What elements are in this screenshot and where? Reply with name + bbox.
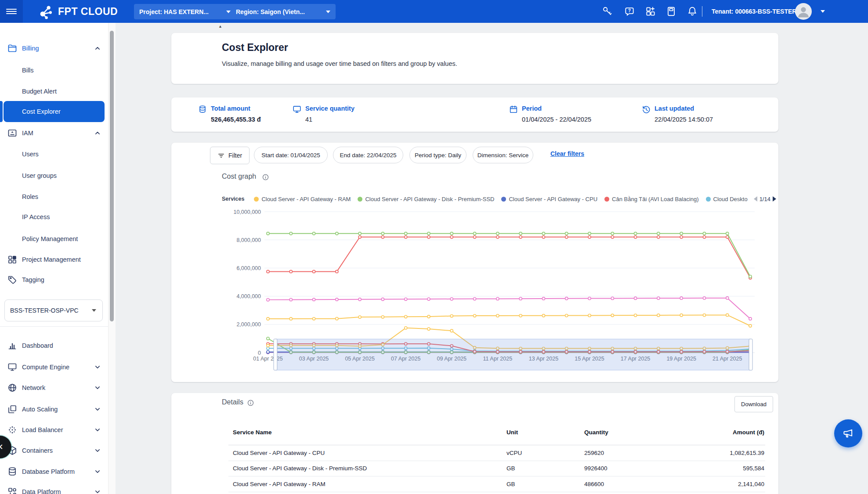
legend-label: Cloud Deskto: [713, 196, 748, 202]
table-cell: vCPU: [506, 445, 522, 461]
table-row[interactable]: Cloud Server - API Gateway - RAMGB486600…: [228, 476, 765, 492]
sidebar-item-budget-alert[interactable]: Budget Alert: [0, 81, 108, 102]
summary-card: Total amount526,465,455.33 đService quan…: [171, 97, 778, 132]
tenant-selector[interactable]: Tenant: 000663-BSS-TESTER: [712, 0, 806, 23]
legend-item[interactable]: Cloud Server - API Gateway - RAM: [254, 196, 351, 202]
sidebar-item-cost-explorer[interactable]: Cost Explorer: [4, 101, 105, 122]
sidebar-item-label: IAM: [22, 130, 33, 137]
key-icon[interactable]: [602, 6, 613, 17]
sidebar-item-roles[interactable]: Roles: [0, 186, 108, 207]
scrollbar-thumb[interactable]: [110, 31, 114, 321]
column-header: Quantity: [584, 419, 608, 445]
sidebar-item-project-management[interactable]: Project Management: [0, 249, 108, 270]
fpt-cloud-logo[interactable]: FPT CLOUD: [37, 0, 118, 23]
hamburger-icon: [6, 7, 17, 15]
iam-icon: [7, 128, 18, 138]
sidebar-item-dashboard[interactable]: Dashboard: [0, 335, 108, 356]
table-cell: 595,584: [743, 461, 764, 476]
filter-pill-1[interactable]: End date: 22/04/2025: [333, 147, 403, 163]
summary-label: Service quantity: [305, 105, 354, 112]
summary-label: Period: [522, 105, 542, 112]
legend-item[interactable]: Cân Bằng Tải (AVI Load Balacing): [604, 196, 699, 202]
table-row[interactable]: Cloud Server - API Gateway - CPUvCPU2596…: [228, 445, 765, 461]
chart-icon: [7, 340, 18, 351]
download-button[interactable]: Download: [734, 396, 773, 412]
sidebar-item-label: Budget Alert: [22, 88, 57, 95]
page-header-card: Cost Explorer Visualize, manage billing …: [171, 33, 778, 84]
monitor-icon: [7, 362, 18, 372]
apps-plus-icon[interactable]: [645, 6, 656, 17]
sidebar-item-policy-management[interactable]: Policy Management: [0, 228, 108, 249]
announcements-fab[interactable]: [834, 419, 862, 447]
vpc-selector[interactable]: BSS-TESTER-OSP-VPC: [4, 299, 103, 321]
docs-icon[interactable]: [665, 6, 677, 17]
summary-value: 01/04/2025 - 22/04/2025: [522, 116, 591, 123]
region-selector[interactable]: Region: Saigon (Vietn...: [231, 4, 336, 19]
info-icon[interactable]: [247, 399, 254, 407]
sidebar-item-bills[interactable]: Bills: [0, 60, 108, 81]
brush-handle-right[interactable]: [749, 339, 752, 370]
chevron-down-icon[interactable]: [821, 10, 825, 13]
column-header: Amount (đ): [733, 419, 764, 445]
clear-filters-link[interactable]: Clear filters: [550, 150, 584, 157]
svg-text:?: ?: [628, 8, 631, 13]
sidebar-item-iam[interactable]: IAM: [0, 123, 108, 144]
info-icon[interactable]: [262, 173, 269, 181]
legend-dot-icon: [604, 197, 609, 202]
sidebar-item-user-groups[interactable]: User groups: [0, 165, 108, 186]
chart-legend: Services Cloud Server - API Gateway - RA…: [222, 195, 775, 203]
legend-prev-icon[interactable]: [754, 196, 757, 202]
filter-pill-3[interactable]: Dimension: Service: [473, 147, 533, 163]
sidebar-item-label: Tagging: [22, 276, 44, 283]
svg-text:4,000,000: 4,000,000: [236, 293, 261, 299]
chat-help-icon[interactable]: ?: [624, 6, 635, 17]
svg-text:2,000,000: 2,000,000: [236, 321, 261, 328]
sidebar-item-tagging[interactable]: Tagging: [0, 269, 108, 290]
legend-next-icon[interactable]: [773, 196, 776, 202]
table-row[interactable]: Cloud Server - API Gateway - Disk - Prem…: [228, 461, 765, 477]
column-header: Unit: [506, 419, 518, 445]
sidebar-item-load-balancer[interactable]: Load Balancer: [0, 419, 108, 440]
sidebar-item-users[interactable]: Users: [0, 144, 108, 165]
chart-brush-selection[interactable]: [276, 339, 750, 370]
dataplat-icon: [7, 487, 18, 494]
table-cell: 1,082,615.39: [730, 445, 764, 461]
sidebar-item-label: IP Access: [22, 213, 50, 220]
legend-item[interactable]: Cloud Server - API Gateway - Disk - Prem…: [358, 196, 494, 202]
monitor-icon: [292, 105, 302, 114]
sidebar-item-billing[interactable]: Billing: [0, 38, 108, 59]
legend-label: Cloud Server - API Gateway - CPU: [509, 196, 597, 202]
sidebar-item-containers[interactable]: Containers: [0, 440, 108, 461]
table-cell: Cloud Server - API Gateway - Disk - Prem…: [233, 461, 367, 476]
active-item-indicator: [0, 101, 3, 122]
table-cell: 2,141,040: [738, 476, 764, 492]
chevron-down-icon: [226, 11, 231, 13]
sidebar-item-data-platform[interactable]: Data Platform: [0, 481, 108, 494]
sidebar-item-ip-access[interactable]: IP Access: [0, 206, 108, 227]
legend-item[interactable]: Cloud Deskto: [706, 196, 748, 202]
legend-item[interactable]: Cloud Server - API Gateway - CPU: [501, 196, 597, 202]
sidebar-item-label: Policy Management: [22, 235, 78, 242]
sidebar-item-compute-engine[interactable]: Compute Engine: [0, 357, 108, 378]
legend-items: Cloud Server - API Gateway - RAMCloud Se…: [254, 196, 747, 202]
filter-button[interactable]: Filter: [210, 147, 250, 164]
bell-icon[interactable]: [687, 6, 698, 17]
sidebar-item-label: Compute Engine: [22, 364, 69, 371]
sidebar-item-label: Dashboard: [22, 342, 53, 349]
sidebar-item-database-platform[interactable]: Database Platform: [0, 461, 108, 482]
scroll-up-arrow[interactable]: ▲: [218, 25, 222, 29]
hamburger-menu-button[interactable]: [0, 0, 23, 23]
lb-icon: [7, 425, 18, 435]
project-selector[interactable]: Project: HAS EXTERN...: [134, 4, 236, 19]
chevron-down-icon: [92, 309, 96, 312]
cost-line-chart[interactable]: 02,000,0004,000,0006,000,0008,000,00010,…: [171, 204, 778, 380]
sidebar-divider: [0, 326, 108, 327]
avatar[interactable]: [795, 3, 812, 20]
sidebar-item-network[interactable]: Network: [0, 377, 108, 398]
filter-pill-2[interactable]: Period type: Daily: [409, 147, 467, 163]
filter-pill-0[interactable]: Start date: 01/04/2025: [254, 147, 328, 163]
megaphone-icon: [842, 427, 855, 440]
sidebar-item-auto-scaling[interactable]: Auto Scaling: [0, 399, 108, 420]
globe-icon: [7, 382, 18, 393]
brush-handle-left[interactable]: [274, 339, 277, 370]
